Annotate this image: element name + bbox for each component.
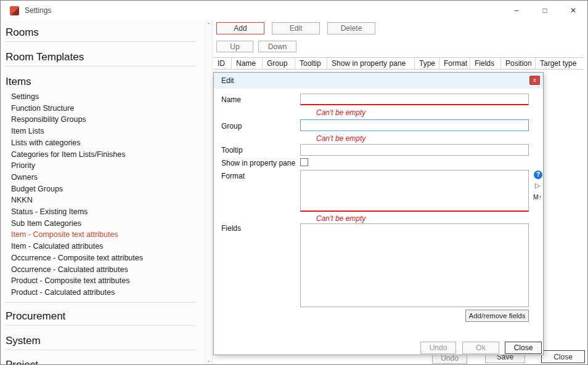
group-label: Group xyxy=(221,122,242,130)
sidebar-section-items[interactable]: Items xyxy=(1,76,205,88)
sidebar-item[interactable]: Responsibility Groups xyxy=(1,114,205,126)
sidebar-item[interactable]: Categories for Item Lists/Finishes xyxy=(1,149,205,161)
sidebar-section-room-templates[interactable]: Room Templates xyxy=(1,51,205,63)
column-header-id[interactable]: ID xyxy=(213,58,232,69)
sidebar-item[interactable]: Occurrence - Composite text attributes xyxy=(1,252,205,264)
sidebar-section-procurement[interactable]: Procurement xyxy=(1,310,205,323)
sidebar-item[interactable]: Budget Groups xyxy=(1,183,205,195)
name-label: Name xyxy=(221,95,241,104)
fields-field[interactable] xyxy=(300,223,529,307)
items-subsection-list: Settings Function Structure Responsibili… xyxy=(1,91,205,299)
column-header-format[interactable]: Format xyxy=(439,58,470,69)
sidebar-item[interactable]: Priority xyxy=(1,160,205,172)
column-header-type[interactable]: Type xyxy=(415,58,439,69)
maximize-icon[interactable]: □ xyxy=(531,1,559,20)
edit-dialog-title: Edit xyxy=(221,76,234,85)
column-header-position[interactable]: Position xyxy=(501,58,536,69)
dialog-close-button[interactable]: Close xyxy=(505,342,542,354)
sidebar-item[interactable]: Item - Calculated attributes xyxy=(1,241,205,252)
sidebar-item[interactable]: Sub Item Categories xyxy=(1,218,205,230)
group-validation-error: Can't be empty xyxy=(316,134,365,143)
tooltip-field[interactable] xyxy=(300,144,529,156)
sidebar-item[interactable]: Settings xyxy=(1,91,205,103)
divider xyxy=(6,325,196,326)
app-logo-icon xyxy=(10,6,19,15)
format-validation-error: Can't be empty xyxy=(316,214,365,223)
column-header-group[interactable]: Group xyxy=(263,58,295,69)
group-field[interactable] xyxy=(300,119,529,131)
sidebar-item[interactable]: Occurrence - Calculated attributes xyxy=(1,264,205,276)
edit-dialog-titlebar: Edit x xyxy=(214,73,543,89)
up-button[interactable]: Up xyxy=(216,41,253,52)
edit-button[interactable]: Edit xyxy=(272,22,320,34)
sidebar-item[interactable]: NKKN xyxy=(1,195,205,206)
column-header-target-type[interactable]: Target type xyxy=(536,58,584,69)
scroll-up-icon[interactable]: ⌃ xyxy=(205,22,212,29)
sidebar-section-project[interactable]: Project xyxy=(1,359,205,365)
window-controls: – □ ✕ xyxy=(502,1,587,20)
divider xyxy=(6,350,196,350)
name-validation-error: Can't be empty xyxy=(316,108,365,117)
divider xyxy=(6,41,196,42)
column-header-name[interactable]: Name xyxy=(232,58,263,69)
sidebar-item[interactable]: Item Lists xyxy=(1,126,205,137)
dialog-close-icon[interactable]: x xyxy=(529,76,540,85)
dialog-undo-button[interactable]: Undo xyxy=(420,342,456,354)
scroll-down-icon[interactable]: ⌄ xyxy=(205,356,212,364)
show-in-property-pane-label: Show in property pane xyxy=(221,159,295,167)
close-window-icon[interactable]: ✕ xyxy=(559,1,587,20)
fields-label: Fields xyxy=(221,224,241,233)
column-header-fields[interactable]: Fields xyxy=(470,58,501,69)
attributes-table-header: ID Name Group Tooltip Show in property p… xyxy=(213,57,584,70)
sidebar-section-system[interactable]: System xyxy=(1,335,205,347)
divider xyxy=(6,66,196,66)
sidebar-section-rooms[interactable]: Rooms xyxy=(1,26,205,39)
sidebar-item[interactable]: Status - Existing Items xyxy=(1,206,205,218)
name-field[interactable] xyxy=(300,94,529,105)
format-label: Format xyxy=(221,172,245,180)
run-icon[interactable]: ▷ xyxy=(535,182,540,190)
window-title: Settings xyxy=(25,6,51,15)
help-icon[interactable]: ? xyxy=(534,170,542,179)
titlebar: Settings – □ ✕ xyxy=(1,1,587,20)
sidebar-item[interactable]: Lists with categories xyxy=(1,137,205,149)
sidebar-scrollbar[interactable]: ⌃ ⌄ xyxy=(205,20,213,365)
delete-button[interactable]: Delete xyxy=(327,22,375,34)
sidebar-item[interactable]: Product - Calculated attributes xyxy=(1,287,205,299)
sidebar-item[interactable]: Product - Composite text attributes xyxy=(1,275,205,287)
add-remove-fields-button[interactable]: Add/remove fields xyxy=(465,310,529,322)
minimize-icon[interactable]: – xyxy=(502,1,531,20)
footer-close-button[interactable]: Close xyxy=(541,350,585,363)
column-header-show-in-property-pane[interactable]: Show in property pane xyxy=(327,58,415,69)
divider xyxy=(6,302,196,303)
sidebar-item[interactable]: Function Structure xyxy=(1,103,205,114)
down-button[interactable]: Down xyxy=(258,41,296,52)
tooltip-label: Tooltip xyxy=(221,146,243,154)
sidebar: Rooms Room Templates Items Settings Func… xyxy=(1,20,205,365)
sidebar-item-selected[interactable]: Item - Composite text attributes xyxy=(1,229,205,241)
format-field[interactable] xyxy=(300,170,529,212)
settings-window: Settings – □ ✕ Rooms Room Templates Item… xyxy=(0,0,588,365)
dialog-ok-button[interactable]: Ok xyxy=(462,342,499,354)
edit-dialog: Edit x Name Can't be empty Group Can't b… xyxy=(213,72,544,355)
add-button[interactable]: Add xyxy=(216,22,264,34)
show-in-property-pane-checkbox[interactable] xyxy=(300,158,308,166)
sidebar-item[interactable]: Owners xyxy=(1,172,205,183)
move-up-icon[interactable]: M↑ xyxy=(533,193,542,201)
column-header-tooltip[interactable]: Tooltip xyxy=(295,58,327,69)
